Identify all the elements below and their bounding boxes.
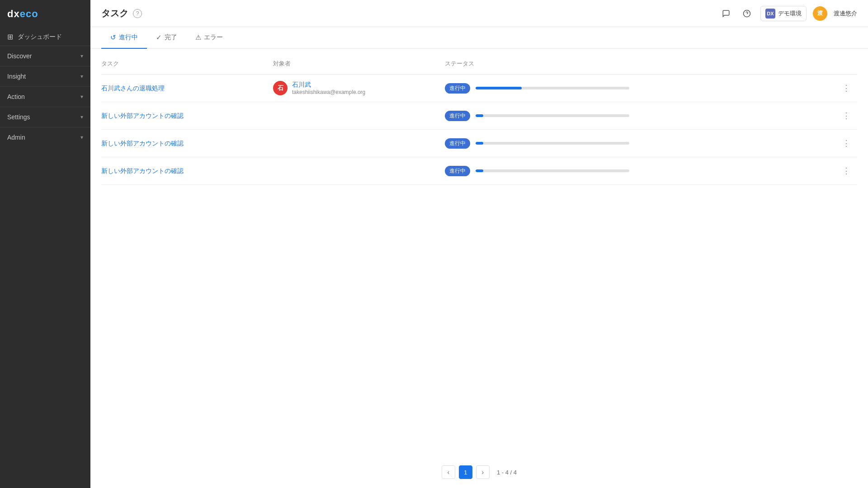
- sidebar: dxeco ⊞ ダッシュボード Discover ▾ Insight ▾ Act…: [0, 0, 90, 488]
- settings-label: Settings: [7, 113, 30, 121]
- col-status: ステータス: [445, 58, 839, 70]
- status-cell: 進行中: [445, 83, 839, 94]
- table-row: 石川武さんの退職処理 石 石川武 takeshiishikawa@example…: [101, 75, 857, 102]
- progress-bar: [476, 87, 629, 89]
- progress-fill: [476, 142, 483, 145]
- env-icon: DX: [765, 9, 775, 19]
- subject-initials: 石: [278, 84, 283, 92]
- user-avatar[interactable]: 渡: [813, 6, 827, 21]
- refresh-icon: ↺: [110, 33, 116, 42]
- task-name-cell: 石川武さんの退職処理: [101, 84, 273, 93]
- help-circle-icon: [743, 9, 751, 18]
- sidebar-item-action[interactable]: Action ▾: [0, 86, 90, 107]
- action-label: Action: [7, 93, 25, 100]
- header-left: タスク ?: [101, 7, 142, 19]
- table-row: 新しい外部アカウントの確認 進行中 ⋮: [101, 157, 857, 185]
- tab-in-progress[interactable]: ↺ 進行中: [101, 27, 147, 49]
- task-link[interactable]: 新しい外部アカウントの確認: [101, 112, 184, 119]
- status-cell: 進行中: [445, 111, 839, 121]
- more-menu-button[interactable]: ⋮: [839, 81, 854, 95]
- logo-eco: eco: [20, 8, 38, 19]
- help-button[interactable]: [740, 6, 754, 21]
- progress-bar: [476, 114, 629, 117]
- subject-info: 石川武 takeshiishikawa@example.org: [292, 81, 365, 95]
- table-header: タスク 対象者 ステータス: [101, 53, 857, 75]
- tab-in-progress-label: 進行中: [119, 33, 138, 42]
- more-menu-button[interactable]: ⋮: [839, 164, 854, 178]
- header-right: DX デモ環境 渡 渡邊悠介: [719, 6, 857, 21]
- question-mark: ?: [136, 10, 139, 17]
- warning-icon: ⚠: [195, 33, 201, 42]
- task-table: タスク 対象者 ステータス 石川武さんの退職処理 石 石川武 takeshiis…: [90, 49, 868, 456]
- progress-fill: [476, 87, 522, 89]
- more-menu-button[interactable]: ⋮: [839, 108, 854, 123]
- tab-error[interactable]: ⚠ エラー: [186, 27, 232, 49]
- tab-error-label: エラー: [204, 33, 223, 42]
- pagination: ‹ 1 › 1 - 4 / 4: [90, 456, 868, 488]
- sidebar-item-insight[interactable]: Insight ▾: [0, 66, 90, 86]
- pagination-range: 1 - 4 / 4: [497, 469, 517, 476]
- chat-icon: [722, 9, 730, 18]
- table-row: 新しい外部アカウントの確認 進行中 ⋮: [101, 102, 857, 130]
- tab-bar: ↺ 進行中 ✓ 完了 ⚠ エラー: [90, 27, 868, 49]
- progress-fill: [476, 169, 483, 172]
- status-badge: 進行中: [445, 138, 470, 149]
- status-badge: 進行中: [445, 111, 470, 121]
- task-name-cell: 新しい外部アカウントの確認: [101, 139, 273, 148]
- status-cell: 進行中: [445, 166, 839, 176]
- env-icon-text: DX: [767, 11, 774, 16]
- status-cell: 進行中: [445, 138, 839, 149]
- progress-bar: [476, 169, 629, 172]
- main-content: タスク ? DX デモ環境: [90, 0, 868, 488]
- dashboard-label: ダッシュボード: [18, 33, 62, 41]
- sidebar-item-admin[interactable]: Admin ▾: [0, 127, 90, 147]
- chevron-down-icon: ▾: [80, 114, 83, 120]
- progress-bar: [476, 142, 629, 145]
- next-page-button[interactable]: ›: [476, 465, 490, 479]
- page-number-button[interactable]: 1: [459, 465, 472, 479]
- admin-label: Admin: [7, 134, 25, 141]
- chevron-down-icon: ▾: [80, 94, 83, 100]
- task-link[interactable]: 石川武さんの退職処理: [101, 84, 165, 92]
- user-name[interactable]: 渡邊悠介: [834, 9, 857, 18]
- col-task: タスク: [101, 58, 273, 70]
- subject-email: takeshiishikawa@example.org: [292, 89, 365, 95]
- page-title: タスク: [101, 7, 128, 19]
- tab-completed-label: 完了: [165, 33, 177, 42]
- status-badge: 進行中: [445, 166, 470, 176]
- sidebar-item-dashboard[interactable]: ⊞ ダッシュボード: [0, 28, 90, 46]
- chat-button[interactable]: [719, 6, 733, 21]
- discover-label: Discover: [7, 52, 32, 60]
- help-icon[interactable]: ?: [133, 9, 142, 18]
- col-subject: 対象者: [273, 58, 445, 70]
- user-avatar-text: 渡: [817, 9, 823, 17]
- logo-dx: dx: [7, 8, 20, 19]
- subject-avatar: 石: [273, 81, 288, 95]
- sidebar-item-discover[interactable]: Discover ▾: [0, 46, 90, 66]
- sidebar-item-settings[interactable]: Settings ▾: [0, 107, 90, 127]
- logo-text: dxeco: [7, 8, 38, 20]
- tab-completed[interactable]: ✓ 完了: [147, 27, 186, 49]
- insight-label: Insight: [7, 73, 26, 80]
- task-name-cell: 新しい外部アカウントの確認: [101, 112, 273, 120]
- check-icon: ✓: [156, 33, 162, 42]
- task-link[interactable]: 新しい外部アカウントの確認: [101, 167, 184, 174]
- table-row: 新しい外部アカウントの確認 進行中 ⋮: [101, 130, 857, 157]
- status-badge: 進行中: [445, 83, 470, 94]
- col-actions: [839, 58, 857, 70]
- more-menu-button[interactable]: ⋮: [839, 136, 854, 150]
- chevron-down-icon: ▾: [80, 134, 83, 141]
- task-link[interactable]: 新しい外部アカウントの確認: [101, 140, 184, 147]
- chevron-down-icon: ▾: [80, 73, 83, 80]
- env-label: デモ環境: [778, 9, 802, 18]
- header: タスク ? DX デモ環境: [90, 0, 868, 27]
- subject-cell: 石 石川武 takeshiishikawa@example.org: [273, 81, 445, 95]
- logo: dxeco: [0, 0, 90, 28]
- env-selector[interactable]: DX デモ環境: [760, 6, 807, 21]
- subject-name[interactable]: 石川武: [292, 81, 365, 89]
- chevron-down-icon: ▾: [80, 53, 83, 59]
- prev-page-button[interactable]: ‹: [442, 465, 455, 479]
- task-name-cell: 新しい外部アカウントの確認: [101, 167, 273, 175]
- grid-icon: ⊞: [7, 33, 13, 41]
- progress-fill: [476, 114, 483, 117]
